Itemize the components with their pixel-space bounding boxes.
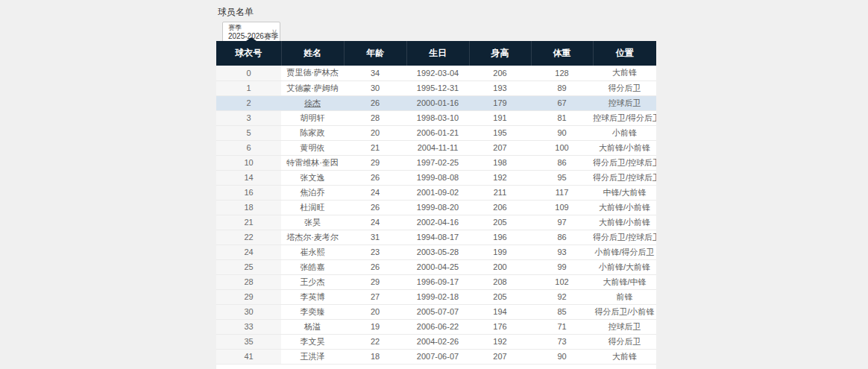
- jersey-number-cell: 24: [216, 245, 281, 259]
- jersey-number-cell: 10: [216, 155, 281, 170]
- table-row[interactable]: 14张文逸261999-08-0819295得分后卫/控球后卫: [216, 170, 656, 185]
- table-row[interactable]: 21张昊242002-04-1620597大前锋/小前锋: [216, 215, 656, 230]
- player-age-cell: 26: [344, 259, 406, 274]
- player-weight-cell: 93: [531, 245, 593, 259]
- player-name-cell: 李奕臻: [281, 304, 344, 319]
- player-birthday-cell: 1999-08-08: [406, 170, 469, 185]
- column-header: 身高: [469, 41, 531, 66]
- player-name-link[interactable]: 陈家政: [301, 128, 325, 137]
- player-height-cell: 207: [469, 349, 531, 364]
- table-row[interactable]: 1艾德蒙·萨姆纳301995-12-3119389得分后卫: [216, 81, 656, 95]
- player-age-cell: 22: [344, 334, 406, 349]
- player-weight-cell: 81: [531, 110, 593, 125]
- player-position-cell: 得分后卫: [593, 334, 656, 349]
- player-position-cell: 前锋: [593, 289, 656, 304]
- player-age-cell: 26: [344, 200, 406, 215]
- player-name-link[interactable]: 塔杰尔·麦考尔: [286, 233, 339, 242]
- player-name-link[interactable]: 李文昊: [301, 337, 325, 346]
- table-row[interactable]: 18杜润旺261999-08-20206109大前锋/小前锋: [216, 200, 656, 215]
- column-header: 年龄: [344, 41, 406, 66]
- player-name-link[interactable]: 黄明依: [301, 143, 325, 152]
- table-row[interactable]: 24崔永熙232003-05-2819993小前锋/得分后卫: [216, 245, 656, 259]
- table-row[interactable]: 30李奕臻202005-07-0719485得分后卫/小前锋: [216, 304, 656, 319]
- player-name-link[interactable]: 徐杰: [304, 98, 321, 107]
- player-age-cell: 19: [344, 319, 406, 334]
- player-height-cell: 205: [469, 215, 531, 230]
- chevron-down-icon: ∨: [271, 28, 277, 36]
- table-row[interactable]: 25张皓嘉262000-04-2520099小前锋/大前锋: [216, 259, 656, 274]
- player-name-cell: 贾里德·萨林杰: [281, 66, 344, 81]
- table-row[interactable]: 6黄明依212004-11-11207100大前锋/小前锋: [216, 140, 656, 155]
- player-name-link[interactable]: 张文逸: [301, 173, 325, 182]
- player-name-link[interactable]: 特雷维林·奎因: [286, 158, 339, 167]
- player-weight-cell: 117: [531, 185, 593, 200]
- column-header: 球衣号: [216, 41, 281, 66]
- player-birthday-cell: 2006-01-21: [406, 125, 469, 140]
- player-name-link[interactable]: 杨溢: [304, 322, 321, 331]
- player-name-link[interactable]: 胡明轩: [301, 113, 325, 122]
- player-height-cell: 192: [469, 334, 531, 349]
- table-row[interactable]: 41王洪泽182007-06-0720790大前锋: [216, 349, 656, 364]
- player-age-cell: 24: [344, 185, 406, 200]
- player-height-cell: 176: [469, 319, 531, 334]
- table-row[interactable]: 29李英博271999-02-1820592前锋: [216, 289, 656, 304]
- player-name-link[interactable]: 艾德蒙·萨姆纳: [286, 83, 339, 92]
- player-age-cell: 24: [344, 215, 406, 230]
- column-header: 生日: [406, 41, 469, 66]
- table-row[interactable]: 3胡明轩281998-03-1019181控球后卫/得分后卫: [216, 110, 656, 125]
- player-name-cell: 艾德蒙·萨姆纳: [281, 81, 344, 95]
- player-position-cell: 小前锋/得分后卫: [593, 245, 656, 259]
- table-row[interactable]: 28王少杰291996-09-17208102大前锋/中锋: [216, 274, 656, 289]
- jersey-number-cell: 18: [216, 200, 281, 215]
- player-name-link[interactable]: 贾里德·萨林杰: [286, 68, 339, 77]
- player-position-cell: 得分后卫/控球后卫: [593, 155, 656, 170]
- jersey-number-cell: 6: [216, 140, 281, 155]
- player-name-link[interactable]: 李奕臻: [301, 307, 325, 316]
- player-height-cell: 193: [469, 81, 531, 95]
- player-name-link[interactable]: 崔永熙: [301, 247, 325, 256]
- player-age-cell: 29: [344, 274, 406, 289]
- player-birthday-cell: 2005-07-07: [406, 304, 469, 319]
- table-row[interactable]: 5陈家政202006-01-2119590小前锋: [216, 125, 656, 140]
- player-position-cell: 得分后卫: [593, 81, 656, 95]
- player-name-link[interactable]: 杜润旺: [301, 203, 325, 212]
- table-row[interactable]: 35李文昊222004-02-2619273得分后卫: [216, 334, 656, 349]
- jersey-number-cell: 3: [216, 110, 281, 125]
- player-height-cell: 211: [469, 185, 531, 200]
- player-birthday-cell: 2002-04-16: [406, 215, 469, 230]
- table-row[interactable]: 2徐杰262000-01-1617967控球后卫: [216, 95, 656, 110]
- player-height-cell: 191: [469, 110, 531, 125]
- page-title: 球员名单: [218, 6, 656, 19]
- jersey-number-cell: 28: [216, 274, 281, 289]
- player-birthday-cell: 2000-04-25: [406, 259, 469, 274]
- player-name-link[interactable]: 张皓嘉: [301, 262, 325, 271]
- table-row[interactable]: 22塔杰尔·麦考尔311994-08-1719686得分后卫/控球后卫: [216, 230, 656, 245]
- player-age-cell: 31: [344, 230, 406, 245]
- player-position-cell: 得分后卫/小前锋: [593, 304, 656, 319]
- player-birthday-cell: 1999-02-18: [406, 289, 469, 304]
- player-name-link[interactable]: 王少杰: [301, 277, 325, 286]
- player-name-cell: 徐杰: [281, 95, 344, 110]
- player-birthday-cell: 2000-01-16: [406, 95, 469, 110]
- player-age-cell: 28: [344, 110, 406, 125]
- player-name-cell: 张昊: [281, 215, 344, 230]
- player-birthday-cell: 2003-05-28: [406, 245, 469, 259]
- player-name-link[interactable]: 张昊: [304, 218, 321, 227]
- player-name-cell: 杨溢: [281, 319, 344, 334]
- player-position-cell: 大前锋: [593, 349, 656, 364]
- player-weight-cell: 86: [531, 155, 593, 170]
- player-name-cell: 特雷维林·奎因: [281, 155, 344, 170]
- player-birthday-cell: 2006-06-22: [406, 319, 469, 334]
- table-row[interactable]: 33杨溢192006-06-2217671控球后卫: [216, 319, 656, 334]
- player-position-cell: 中锋/大前锋: [593, 185, 656, 200]
- player-birthday-cell: 2004-11-11: [406, 140, 469, 155]
- player-weight-cell: 85: [531, 304, 593, 319]
- table-row[interactable]: 10特雷维林·奎因291997-02-2519886得分后卫/控球后卫: [216, 155, 656, 170]
- player-name-link[interactable]: 王洪泽: [301, 352, 325, 361]
- player-height-cell: 198: [469, 155, 531, 170]
- table-row[interactable]: 16焦泊乔242001-09-02211117中锋/大前锋: [216, 185, 656, 200]
- table-row[interactable]: 0贾里德·萨林杰341992-03-04206128大前锋: [216, 66, 656, 81]
- player-name-link[interactable]: 李英博: [301, 292, 325, 301]
- player-name-link[interactable]: 焦泊乔: [301, 188, 325, 197]
- player-weight-cell: 99: [531, 259, 593, 274]
